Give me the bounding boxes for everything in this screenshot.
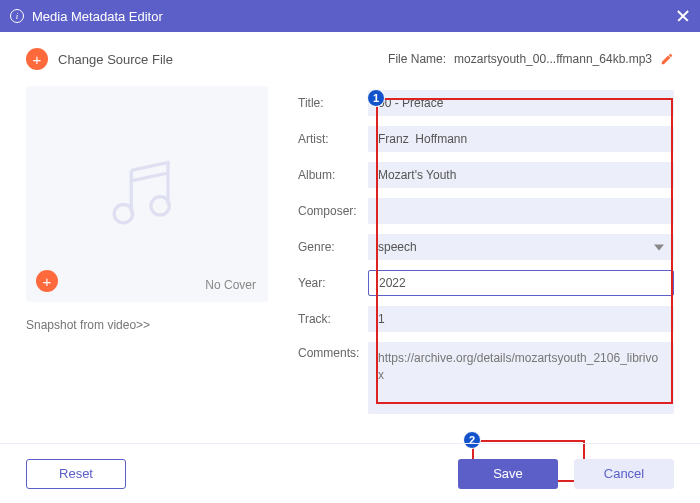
reset-button[interactable]: Reset [26,459,126,489]
footer: Reset Save Cancel [0,443,700,503]
title-input[interactable] [368,90,674,116]
composer-label: Composer: [298,204,368,218]
filename-label: File Name: [388,52,446,66]
track-label: Track: [298,312,368,326]
plus-icon: + [26,48,48,70]
cancel-button[interactable]: Cancel [574,459,674,489]
form-column: Title: Artist: Album: Composer: Genre: [298,86,674,414]
artist-input[interactable] [368,126,674,152]
comments-label: Comments: [298,342,368,360]
composer-input[interactable] [368,198,674,224]
top-row: + Change Source File File Name: mozartsy… [26,48,674,70]
title-label: Title: [298,96,368,110]
change-source-file-button[interactable]: + Change Source File [26,48,173,70]
cover-placeholder: + No Cover [26,86,268,302]
genre-label: Genre: [298,240,368,254]
artist-label: Artist: [298,132,368,146]
window-title: Media Metadata Editor [32,9,676,24]
genre-select[interactable] [368,234,674,260]
year-label: Year: [298,276,368,290]
comments-textarea[interactable]: https://archive.org/details/mozartsyouth… [368,342,674,414]
change-source-label: Change Source File [58,52,173,67]
close-icon[interactable] [676,9,690,23]
save-button[interactable]: Save [458,459,558,489]
metadata-form: Title: Artist: Album: Composer: Genre: [298,86,674,414]
info-icon: i [10,9,24,23]
album-label: Album: [298,168,368,182]
plus-icon: + [36,270,58,292]
filename-value: mozartsyouth_00...ffmann_64kb.mp3 [454,52,652,66]
pencil-icon[interactable] [660,52,674,66]
snapshot-from-video-link[interactable]: Snapshot from video>> [26,318,268,332]
cover-column: + No Cover Snapshot from video>> [26,86,268,414]
year-input[interactable] [368,270,674,296]
track-input[interactable] [368,306,674,332]
svg-point-1 [151,197,169,215]
no-cover-label: No Cover [205,278,256,292]
svg-point-0 [114,205,132,223]
add-cover-button[interactable]: + [36,270,58,292]
album-input[interactable] [368,162,674,188]
filename-group: File Name: mozartsyouth_00...ffmann_64kb… [388,52,674,66]
content-area: + Change Source File File Name: mozartsy… [0,32,700,443]
main-row: + No Cover Snapshot from video>> Title: … [26,86,674,414]
title-bar: i Media Metadata Editor [0,0,700,32]
music-note-icon [105,152,189,236]
